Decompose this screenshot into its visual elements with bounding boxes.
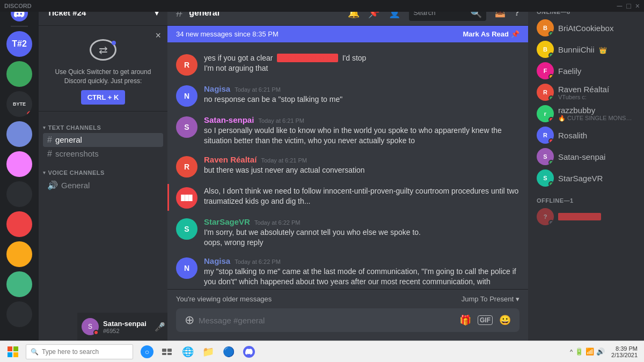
message-text: no response can be a "stop talking to me… [204,94,519,105]
table-row: S Satan-senpai Today at 6:21 PM so I per… [167,113,528,149]
list-item[interactable]: F Faelily [532,60,640,82]
mark-as-read-button[interactable]: Mark As Read 📌 [463,30,520,38]
taskbar-app-discord[interactable] [239,343,259,360]
user-tag: #6952 [103,328,148,334]
jump-arrow-icon: ▾ [516,295,519,303]
message-author: Satan-senpai [204,115,254,124]
taskbar-app-chrome[interactable]: 🔵 [219,343,238,360]
table-row: R yes if you got a clear stop talking to… [167,51,528,78]
offline-members-header: OFFLINE—1 [532,189,640,206]
member-name: Satan-senpai [558,152,635,161]
gif-button[interactable]: GIF [478,315,493,325]
server-icon-1[interactable]: T#2 [6,31,32,57]
member-subtext: VTubers c: [558,94,635,100]
svg-rect-5 [167,349,172,352]
hash-icon: # [47,135,52,145]
taskbar-app-edge[interactable]: 🌐 [178,343,197,360]
message-header: Nagisa Today at 6:22 PM [204,256,519,265]
svg-rect-2 [8,352,12,357]
emoji-button[interactable]: 😀 [499,314,511,326]
list-item[interactable]: S StarSageVR [532,167,640,189]
close-button[interactable]: × [635,2,640,10]
list-item[interactable]: S Satan-senpai [532,146,640,167]
member-status-indicator [548,138,554,144]
server-icon-4[interactable] [6,121,32,147]
message-text: but there was just never any actual conv… [204,165,519,175]
member-subtext: 🔥 CUTE SINGLE MONSTER B... [558,115,635,122]
user-status-dot [93,330,99,335]
gift-icon[interactable]: 🎁 [459,314,471,326]
list-item[interactable]: B BunniiChii 👑 [532,39,640,60]
voice-channels-header[interactable]: ▾ VOICE CHANNELS [39,161,167,178]
member-name: StarSageVR [558,174,635,183]
list-item[interactable]: B BriAtCookiebox [532,17,640,39]
server-divider [11,26,28,27]
message-time: Today at 6:22 PM [254,219,301,226]
member-name: BriAtCookiebox [558,24,635,33]
server-icon-7[interactable] [6,211,32,237]
taskbar-app-taskview[interactable] [158,343,177,360]
add-attachment-button[interactable]: ⊕ [185,314,194,326]
user-display-name: Satan-senpai [103,320,148,328]
member-name: razzbubby [558,106,635,115]
channel-item-screenshots[interactable]: # screenshots [43,147,163,161]
server-icon-2[interactable] [6,61,32,87]
taskbar-app-cortana[interactable]: ○ [137,343,157,360]
server-icon-3[interactable]: BYTE 1 [6,91,32,117]
minimize-button[interactable]: ─ [617,2,622,10]
tray-volume-icon[interactable]: 🔊 [596,348,605,356]
taskbar-search-input[interactable] [42,348,128,356]
message-time: Today at 6:21 PM [235,86,281,93]
explorer-icon: 📁 [202,346,214,358]
start-button[interactable] [2,343,24,360]
user-info: Satan-senpai #6952 [103,320,148,334]
member-info: BriAtCookiebox [558,24,635,33]
channel-item-general[interactable]: # general [43,133,163,147]
server-icon-10[interactable] [6,301,32,327]
taskbar-app-explorer[interactable]: 📁 [199,343,218,360]
taskbar-tray: ^ 🔋 📶 🔊 8:39 PM 2/13/2021 [570,345,642,358]
server-icon-9[interactable] [6,271,32,297]
voice-channels-arrow: ▾ [43,170,46,175]
mute-button[interactable]: 🎤 [152,320,167,334]
member-status-indicator [548,31,554,36]
older-messages-bar: You're viewing older messages Jump To Pr… [167,289,528,308]
jump-to-present-label: Jump To Present [462,295,514,303]
member-name: BunniiChii 👑 [558,45,635,54]
older-messages-text: You're viewing older messages [176,295,272,303]
member-status-indicator [548,117,554,122]
text-channels-header[interactable]: ▾ TEXT CHANNELS [39,116,167,133]
server-icon-5[interactable] [6,151,32,177]
server-icon-8[interactable] [6,241,32,267]
taskbar-apps: ○ 🌐 📁 🔵 [137,343,259,360]
maximize-button[interactable]: □ [626,2,631,10]
tray-battery-icon: 🔋 [575,348,583,356]
message-content: Nagisa Today at 6:22 PM my "stop talking… [204,256,519,289]
avatar: S [176,116,197,138]
title-bar: DISCORD ─ □ × [0,0,644,12]
mark-as-read-label: Mark As Read [463,30,509,38]
member-info: Satan-senpai [558,152,635,161]
server-icon-6[interactable] [6,181,32,207]
new-messages-text: 34 new messages since 8:35 PM [176,30,279,38]
hash-icon-screenshots: # [47,149,52,159]
new-messages-banner: 34 new messages since 8:35 PM Mark As Re… [167,26,528,42]
jump-to-present-button[interactable]: Jump To Present ▾ [462,295,519,303]
list-item[interactable]: r razzbubby 🔥 CUTE SINGLE MONSTER B... [532,103,640,124]
svg-rect-6 [162,353,166,355]
message-time: Today at 6:21 PM [261,157,307,164]
list-item[interactable]: R Raven Réaltaí VTubers c: [532,82,640,103]
message-input[interactable] [199,311,455,330]
channel-item-general-voice[interactable]: 🔊 General [43,178,163,193]
svg-rect-7 [167,353,172,355]
member-avatar: R [537,84,554,101]
taskbar-search-box[interactable]: 🔍 [26,344,133,359]
tray-expand-icon[interactable]: ^ [570,349,573,355]
quick-switcher-button[interactable]: CTRL + K [81,90,126,105]
message-text: Also, I don't think we need to follow in… [204,186,519,207]
list-item[interactable]: R Rosalith [532,124,640,146]
server-sidebar: T#2 BYTE 1 [0,0,39,341]
member-name: Rosalith [558,131,635,140]
list-item[interactable]: ? ████████ [532,206,640,227]
quick-switcher-close[interactable]: × [155,30,161,41]
